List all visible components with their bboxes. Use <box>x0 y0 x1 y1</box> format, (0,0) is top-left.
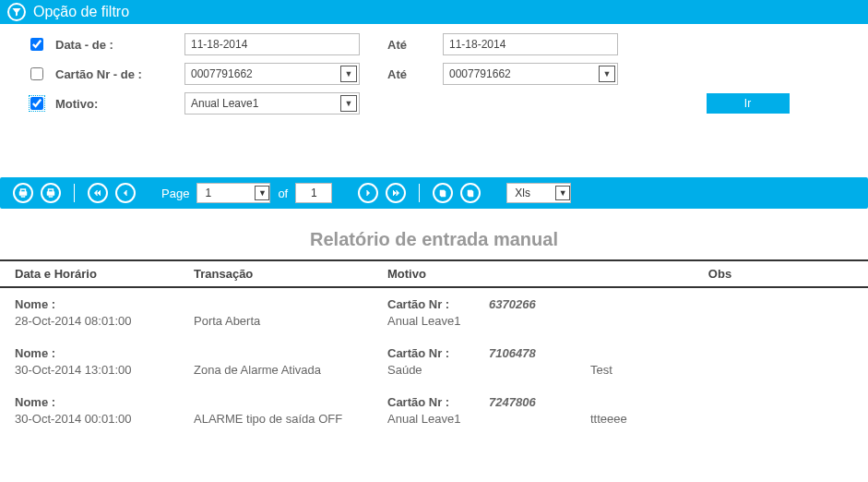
cell-trans: Porta Aberta <box>194 314 387 328</box>
cell-reason: Anual Leave1 <box>387 412 572 426</box>
page-label: Page <box>161 187 189 200</box>
cell-trans: Zona de Alarme Ativada <box>194 363 387 377</box>
date-to-label: Até <box>387 38 443 52</box>
reason-filter-checkbox[interactable] <box>30 97 43 110</box>
table-row: Nome :Cartão Nr :637026628-Oct-2014 08:0… <box>0 288 868 337</box>
print-icon[interactable] <box>13 183 33 203</box>
table-row: Nome :Cartão Nr :710647830-Oct-2014 13:0… <box>0 337 868 386</box>
cell-datetime: 30-Oct-2014 00:01:00 <box>0 412 194 426</box>
name-label: Nome : <box>0 297 387 311</box>
filter-title: Opção de filtro <box>33 4 129 20</box>
cell-reason: Anual Leave1 <box>387 314 572 328</box>
report-header-row: Data e Horário Transação Motivo Obs <box>0 259 868 288</box>
toolbar-sep <box>419 184 420 202</box>
name-label: Nome : <box>0 346 387 360</box>
date-from-input[interactable]: 11-18-2014 <box>184 33 360 55</box>
col-trans: Transação <box>194 267 387 281</box>
date-to-input[interactable]: 11-18-2014 <box>443 33 618 55</box>
card-from-label: Cartão Nr - de : <box>55 67 184 81</box>
card-from-select[interactable]: 0007791662 ▼ <box>184 63 360 85</box>
next-page-icon[interactable] <box>358 183 378 203</box>
chevron-down-icon: ▼ <box>555 186 570 200</box>
cell-obs: Test <box>572 363 868 377</box>
cell-datetime: 30-Oct-2014 13:01:00 <box>0 363 194 377</box>
card-to-select[interactable]: 0007791662 ▼ <box>443 63 618 85</box>
copy-icon[interactable] <box>433 183 453 203</box>
report-body: Nome :Cartão Nr :637026628-Oct-2014 08:0… <box>0 288 868 435</box>
card-label: Cartão Nr : <box>387 395 489 409</box>
card-value: 7247806 <box>489 395 536 409</box>
chevron-down-icon: ▼ <box>340 95 357 112</box>
table-row: Nome :Cartão Nr :724780630-Oct-2014 00:0… <box>0 386 868 435</box>
card-label: Cartão Nr : <box>387 297 489 311</box>
report-toolbar: Page 1 ▼ of 1 Xls ▼ <box>0 177 868 209</box>
go-button[interactable]: Ir <box>707 93 790 114</box>
col-reason: Motivo <box>387 267 572 281</box>
filter-icon <box>7 3 26 21</box>
col-obs: Obs <box>572 267 868 281</box>
cell-obs: ttteeee <box>572 412 868 426</box>
reason-select[interactable]: Anual Leave1 ▼ <box>184 92 360 114</box>
print-icon[interactable] <box>41 183 61 203</box>
export-format-select[interactable]: Xls ▼ <box>506 183 571 203</box>
filter-body: Data - de : 11-18-2014 Até 11-18-2014 Ca… <box>0 24 868 140</box>
cell-datetime: 28-Oct-2014 08:01:00 <box>0 314 194 328</box>
last-page-icon[interactable] <box>386 183 406 203</box>
card-filter-checkbox[interactable] <box>30 67 43 80</box>
cell-reason: Saúde <box>387 363 572 377</box>
card-label: Cartão Nr : <box>387 346 489 360</box>
prev-page-icon[interactable] <box>115 183 136 203</box>
chevron-down-icon: ▼ <box>599 66 615 82</box>
toolbar-sep <box>74 184 75 202</box>
date-filter-checkbox[interactable] <box>30 38 43 51</box>
reason-label: Motivo: <box>55 97 184 111</box>
card-value: 6370266 <box>489 297 536 311</box>
copy-icon[interactable] <box>460 183 481 203</box>
card-value: 7106478 <box>489 346 536 360</box>
cell-trans: ALARME tipo de saída OFF <box>194 412 387 426</box>
page-total: 1 <box>295 183 332 203</box>
report-title: Relatório de entrada manual <box>0 229 868 250</box>
first-page-icon[interactable] <box>88 183 108 203</box>
name-label: Nome : <box>0 395 387 409</box>
cell-obs <box>572 314 868 328</box>
chevron-down-icon: ▼ <box>340 66 357 82</box>
card-to-label: Até <box>387 67 443 81</box>
col-date: Data e Horário <box>0 267 194 281</box>
of-label: of <box>278 187 288 200</box>
page-current-select[interactable]: 1 ▼ <box>196 183 270 203</box>
chevron-down-icon: ▼ <box>255 186 269 200</box>
filter-header: Opção de filtro <box>0 0 868 24</box>
date-from-label: Data - de : <box>55 38 184 52</box>
